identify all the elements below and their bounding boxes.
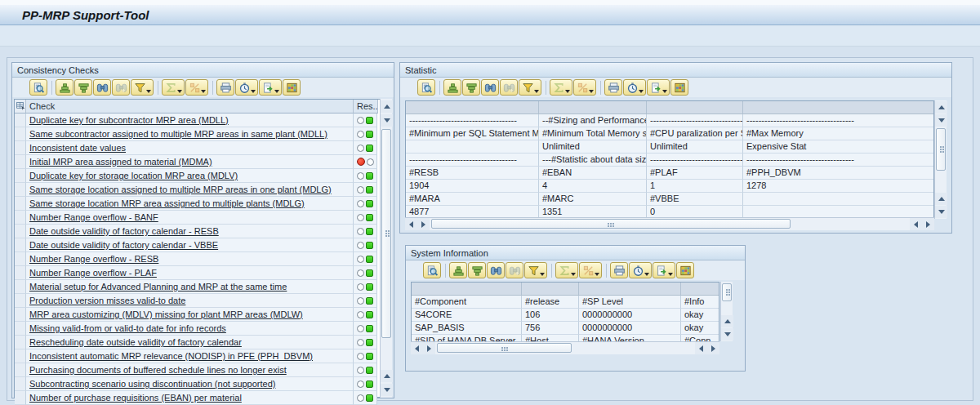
sysinfo-column-header[interactable] bbox=[681, 283, 719, 296]
scrollbar-thumb[interactable] bbox=[381, 129, 391, 338]
export-button[interactable] bbox=[653, 262, 675, 278]
sysinfo-horizontal-scrollbar[interactable] bbox=[411, 341, 719, 354]
scrollbar-thumb[interactable] bbox=[437, 343, 572, 353]
scroll-up-button[interactable] bbox=[721, 315, 733, 327]
scrollbar-thumb[interactable] bbox=[431, 219, 791, 229]
export-button[interactable] bbox=[259, 79, 282, 96]
choose-layout-button[interactable] bbox=[676, 262, 694, 278]
row-select-cell[interactable] bbox=[15, 336, 26, 349]
scroll-down-button[interactable] bbox=[721, 328, 733, 340]
check-link[interactable]: Duplicate key for subcontractor MRP area… bbox=[29, 115, 229, 125]
set-filter-button[interactable] bbox=[519, 79, 541, 96]
statistic-horizontal-scrollbar[interactable] bbox=[405, 217, 934, 230]
sort-descending-button[interactable] bbox=[468, 262, 486, 278]
check-link[interactable]: Same subcontractor assigned to multiple … bbox=[29, 129, 327, 139]
check-link[interactable]: Number Range overflow - PLAF bbox=[29, 268, 157, 278]
set-filter-button[interactable] bbox=[524, 262, 547, 278]
scrollbar-track[interactable] bbox=[430, 218, 910, 230]
check-link[interactable]: Same storage location MRP area assigned … bbox=[29, 198, 305, 208]
sysinfo-column-header[interactable] bbox=[412, 283, 522, 296]
check-link[interactable]: Purchasing documents of buffered schedul… bbox=[29, 365, 287, 375]
sort-descending-button[interactable] bbox=[462, 79, 480, 96]
statistic-column-header[interactable] bbox=[743, 101, 933, 114]
sysinfo-column-header[interactable] bbox=[522, 283, 579, 296]
check-link[interactable]: Material setup for Advanced Planning and… bbox=[29, 282, 287, 292]
row-select-cell[interactable] bbox=[15, 391, 26, 405]
sort-descending-button[interactable] bbox=[74, 79, 92, 96]
row-select-cell[interactable] bbox=[15, 141, 26, 155]
row-select-cell[interactable] bbox=[15, 225, 26, 238]
scroll-down-button[interactable] bbox=[935, 206, 947, 218]
scroll-down-button[interactable] bbox=[381, 114, 393, 127]
row-select-cell[interactable] bbox=[15, 197, 26, 211]
sysinfo-vertical-scrollbar[interactable] bbox=[720, 282, 733, 341]
scroll-down-button[interactable] bbox=[381, 384, 393, 396]
total-button[interactable] bbox=[162, 79, 185, 96]
print-button[interactable] bbox=[610, 262, 628, 278]
check-link[interactable]: Duplicate key for storage location MRP a… bbox=[29, 171, 238, 180]
find-next-button[interactable] bbox=[500, 79, 518, 96]
sort-ascending-button[interactable] bbox=[443, 79, 461, 96]
row-select-cell[interactable] bbox=[15, 127, 26, 141]
scroll-left-button[interactable] bbox=[695, 342, 707, 354]
check-link[interactable]: Initial MRP area assigned to material (M… bbox=[29, 157, 212, 167]
scroll-up-button[interactable] bbox=[381, 370, 393, 382]
check-link[interactable]: Same storage location assigned to multip… bbox=[29, 185, 332, 194]
check-link[interactable]: Inconsistent date values bbox=[29, 143, 126, 153]
check-link[interactable]: Number Range overflow - RESB bbox=[29, 254, 158, 264]
result-column-header[interactable]: Res... bbox=[354, 100, 378, 113]
export-button[interactable] bbox=[647, 79, 670, 96]
sort-ascending-button[interactable] bbox=[56, 79, 74, 96]
check-link[interactable]: Subcontracting scenario using discontinu… bbox=[29, 379, 275, 389]
scroll-left-button[interactable] bbox=[411, 342, 423, 354]
print-button[interactable] bbox=[604, 79, 622, 96]
check-link[interactable]: Rescheduling date outside validity of fa… bbox=[29, 337, 242, 347]
scroll-down-button[interactable] bbox=[935, 114, 947, 127]
statistic-column-header[interactable] bbox=[406, 101, 539, 114]
row-select-cell[interactable] bbox=[15, 169, 26, 183]
scrollbar-thumb[interactable] bbox=[722, 283, 732, 301]
statistic-column-header[interactable] bbox=[647, 101, 743, 114]
sysinfo-column-header[interactable] bbox=[579, 283, 681, 296]
total-button[interactable] bbox=[555, 262, 578, 278]
statistic-vertical-scrollbar[interactable] bbox=[934, 100, 947, 219]
check-link[interactable]: Number of purchase requisitions (EBAN) p… bbox=[29, 393, 242, 403]
details-button[interactable] bbox=[29, 79, 47, 96]
total-button[interactable] bbox=[550, 79, 572, 96]
check-link[interactable]: Inconsistent automatic MRP relevance (NO… bbox=[29, 351, 313, 361]
row-select-cell[interactable] bbox=[15, 252, 26, 266]
print-button[interactable] bbox=[216, 79, 234, 96]
row-select-cell[interactable] bbox=[15, 322, 26, 336]
views-button[interactable] bbox=[629, 262, 652, 278]
row-select-cell[interactable] bbox=[15, 183, 26, 197]
details-button[interactable] bbox=[417, 79, 435, 96]
find-button[interactable] bbox=[93, 79, 111, 96]
check-link[interactable]: Missing valid-from or valid-to date for … bbox=[29, 323, 226, 333]
scrollbar-thumb[interactable] bbox=[936, 128, 946, 171]
select-all-button[interactable] bbox=[15, 100, 26, 113]
row-select-cell[interactable] bbox=[15, 308, 26, 322]
row-select-cell[interactable] bbox=[15, 349, 26, 363]
check-link[interactable]: Date outside validity of factory calenda… bbox=[29, 226, 219, 236]
scroll-left-button[interactable] bbox=[405, 218, 417, 230]
check-link[interactable]: Date outside validity of factory calenda… bbox=[29, 240, 218, 250]
check-link[interactable]: Number Range overflow - BANF bbox=[29, 212, 158, 222]
check-column-header[interactable]: Check bbox=[26, 100, 354, 113]
views-button[interactable] bbox=[623, 79, 646, 96]
row-select-cell[interactable] bbox=[15, 363, 26, 377]
check-link[interactable]: MRP area customizing (MDLV) missing for … bbox=[29, 309, 303, 319]
scroll-right-button[interactable] bbox=[922, 218, 934, 230]
row-select-cell[interactable] bbox=[15, 377, 26, 391]
row-select-cell[interactable] bbox=[15, 294, 26, 308]
row-select-cell[interactable] bbox=[15, 266, 26, 280]
scroll-up-button[interactable] bbox=[381, 100, 393, 113]
views-button[interactable] bbox=[235, 79, 258, 96]
scroll-left-button[interactable] bbox=[910, 218, 922, 230]
subtotal-button[interactable] bbox=[573, 79, 596, 96]
scroll-right-button[interactable] bbox=[423, 342, 435, 354]
row-select-cell[interactable] bbox=[15, 280, 26, 294]
check-link[interactable]: Production version misses valid-to date bbox=[29, 296, 185, 305]
details-button[interactable] bbox=[423, 262, 441, 278]
scrollbar-track[interactable] bbox=[435, 342, 695, 354]
scroll-right-button[interactable] bbox=[417, 218, 430, 230]
